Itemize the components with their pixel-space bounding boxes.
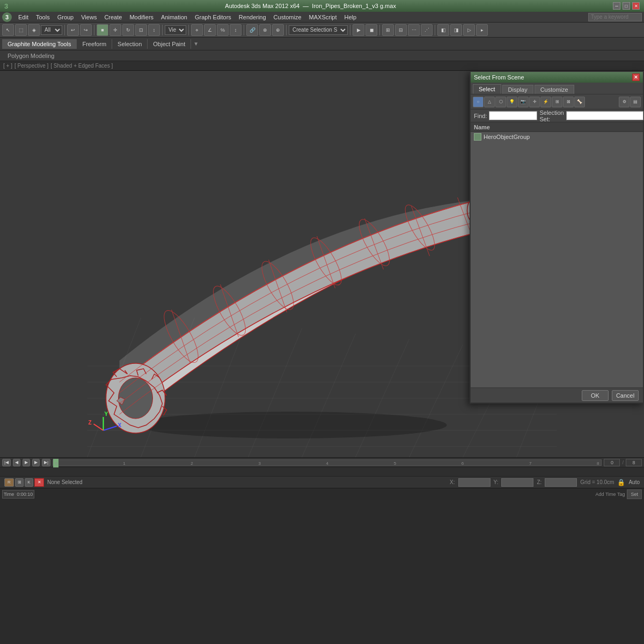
freeform-tab[interactable]: Freeform: [77, 39, 112, 49]
filter-cameras-btn[interactable]: 📷: [518, 97, 529, 107]
filter-all-btn[interactable]: ○: [473, 97, 484, 107]
tl-2: 2: [191, 461, 193, 466]
selection-set-input[interactable]: [566, 111, 643, 120]
menu-animation[interactable]: Animation: [158, 13, 191, 21]
frame-end-input[interactable]: [626, 459, 642, 466]
align-btn[interactable]: ⊟: [395, 24, 407, 36]
svg-text:Y: Y: [105, 411, 108, 417]
menu-create[interactable]: Create: [101, 13, 125, 21]
filter-shapes-btn[interactable]: ⬡: [495, 97, 506, 107]
select-obj-btn[interactable]: ■: [97, 24, 108, 36]
filter-groups-btn[interactable]: ⊞: [552, 97, 562, 107]
filter-dropdown[interactable]: All: [41, 25, 62, 35]
create-sel-dropdown[interactable]: Create Selection S...: [289, 25, 348, 35]
minimize-btn[interactable]: ─: [613, 2, 620, 10]
redo-btn[interactable]: ↪: [80, 24, 92, 36]
timeline-slider[interactable]: 0 1 2 3 4 5 6 7 8: [53, 459, 602, 466]
timeline-controls-bar: |◀ ◀ ▶ ▶ ▶| 0 1 2 3 4 5 6 7 8 /: [0, 458, 644, 467]
sep6: [286, 25, 287, 35]
z-input[interactable]: [545, 478, 577, 487]
dialog-titlebar[interactable]: Select From Scene ✕: [471, 72, 643, 83]
move-btn[interactable]: ✛: [109, 24, 121, 36]
display-options-btn[interactable]: ▤: [630, 97, 641, 107]
next-btn[interactable]: ▶: [32, 459, 40, 466]
object-paint-tab[interactable]: Object Paint: [148, 39, 191, 49]
menu-edit[interactable]: Edit: [15, 13, 32, 21]
filter-xrefs-btn[interactable]: ⊠: [563, 97, 574, 107]
graphite-tab[interactable]: Graphite Modeling Tools: [2, 39, 77, 49]
spinner-snap-btn[interactable]: ↕: [230, 24, 241, 36]
menu-rendering[interactable]: Rendering: [236, 13, 269, 21]
filter-geometry-btn[interactable]: △: [484, 97, 495, 107]
auto-label: Auto: [628, 479, 640, 485]
menu-graph-editors[interactable]: Graph Editors: [192, 13, 235, 21]
link-btn[interactable]: 🔗: [246, 24, 258, 36]
dialog-tab-select[interactable]: Select: [473, 84, 501, 94]
curve-editor-btn[interactable]: ⋯: [408, 24, 420, 36]
frame-start-input[interactable]: [604, 459, 620, 466]
percent-snap-btn[interactable]: %: [217, 24, 229, 36]
options-btn[interactable]: ⚙: [619, 97, 630, 107]
play-anim-btn[interactable]: ▶: [353, 24, 364, 36]
render-setup-btn[interactable]: ◨: [450, 24, 462, 36]
time-display[interactable]: [2, 490, 34, 499]
snap-btn[interactable]: ⋄: [191, 24, 203, 36]
menu-customize[interactable]: Customize: [270, 13, 305, 21]
dialog-tab-display[interactable]: Display: [502, 85, 533, 94]
filter-lights-btn[interactable]: 💡: [507, 97, 517, 107]
y-label: Y:: [494, 479, 499, 485]
maximize-btn[interactable]: □: [623, 2, 630, 10]
object-item-hero[interactable]: HeroObjectGroup: [471, 132, 643, 142]
place-btn[interactable]: ↕: [148, 24, 160, 36]
anim-toggle-btn[interactable]: R: [4, 478, 14, 487]
undo-btn[interactable]: ↩: [67, 24, 79, 36]
view-dropdown[interactable]: View: [165, 25, 186, 35]
cancel-button[interactable]: Cancel: [612, 390, 639, 401]
menu-views[interactable]: Views: [78, 13, 100, 21]
object-list[interactable]: HeroObjectGroup: [471, 132, 643, 387]
filter-helpers-btn[interactable]: ✛: [529, 97, 540, 107]
select-btn[interactable]: ↖: [2, 24, 14, 36]
menu-group[interactable]: Group: [54, 13, 77, 21]
select-region-btn[interactable]: ⬚: [15, 24, 27, 36]
tl-8: 8: [597, 461, 599, 466]
unlink-btn[interactable]: ⊗: [259, 24, 271, 36]
set-btn[interactable]: Set: [627, 489, 642, 499]
rotate-btn[interactable]: ↻: [122, 24, 134, 36]
stop-anim-btn[interactable]: ◼: [365, 24, 377, 36]
y-input[interactable]: [501, 478, 533, 487]
close-btn[interactable]: ✕: [632, 2, 640, 10]
prev-btn[interactable]: ◀: [13, 459, 20, 466]
render-btn[interactable]: ▷: [463, 24, 475, 36]
search-input[interactable]: [588, 13, 642, 21]
keying-btn[interactable]: K: [25, 478, 33, 487]
selection-tab[interactable]: Selection: [112, 39, 148, 49]
dialog-close-btn[interactable]: ✕: [632, 74, 640, 81]
filter-bone-btn[interactable]: 🦴: [574, 97, 585, 107]
lock-icon[interactable]: 🔒: [617, 479, 625, 486]
menu-bar: 3 Edit Tools Group Views Create Modifier…: [0, 12, 644, 23]
ok-button[interactable]: OK: [582, 390, 609, 401]
find-input[interactable]: [489, 111, 537, 120]
menu-tools[interactable]: Tools: [33, 13, 53, 21]
key-mode-btn[interactable]: ✕: [34, 478, 44, 487]
next-frame-btn[interactable]: ▶|: [42, 459, 50, 466]
angle-snap-btn[interactable]: ∠: [204, 24, 216, 36]
prev-frame-btn[interactable]: |◀: [2, 459, 11, 466]
menu-modifiers[interactable]: Modifiers: [126, 13, 157, 21]
play-btn[interactable]: ▶: [23, 459, 30, 466]
schematic-btn[interactable]: ⋰: [421, 24, 433, 36]
select-filter-btn[interactable]: ◈: [28, 24, 40, 36]
mirror-btn[interactable]: ⊞: [382, 24, 394, 36]
render-frame-btn[interactable]: ▸: [476, 24, 488, 36]
x-input[interactable]: [458, 478, 491, 487]
tl-5: 5: [394, 461, 396, 466]
timecode-btn[interactable]: ⊞: [15, 478, 24, 487]
dialog-tab-customize[interactable]: Customize: [535, 85, 574, 94]
bind-btn[interactable]: ⊕: [272, 24, 284, 36]
menu-help[interactable]: Help: [341, 13, 360, 21]
material-editor-btn[interactable]: ◧: [437, 24, 449, 36]
menu-maxscript[interactable]: MAXScript: [306, 13, 340, 21]
filter-spacewarps-btn[interactable]: ⚡: [540, 97, 551, 107]
scale-btn[interactable]: ⊡: [135, 24, 147, 36]
